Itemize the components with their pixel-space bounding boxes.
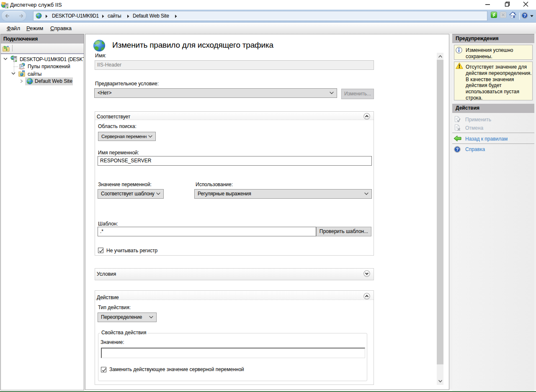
svg-text:?: ? [523,13,526,18]
